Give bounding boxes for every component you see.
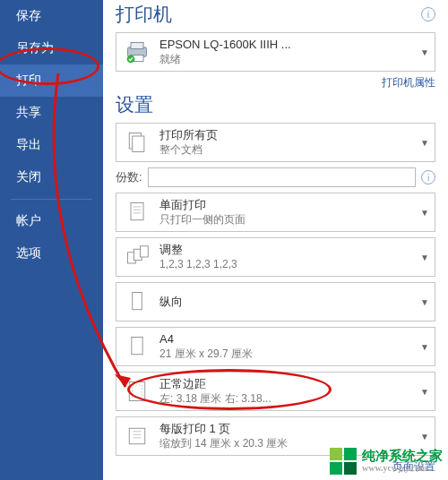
margins-icon: [122, 376, 152, 407]
watermark: 纯净系统之家 www.ycwjzy.com: [330, 448, 443, 475]
setting-subtitle: 缩放到 14 厘米 x 20.3 厘米: [159, 437, 288, 451]
svg-rect-6: [131, 203, 143, 220]
setting-title: 打印所有页: [159, 128, 218, 143]
dropdown-icon: ▼: [420, 208, 429, 218]
svg-rect-14: [132, 338, 142, 355]
printer-selector[interactable]: EPSON LQ-1600K IIIH ... 就绪 ▼: [116, 32, 435, 72]
sidebar-item-account[interactable]: 帐户: [0, 205, 103, 237]
sidebar-item-options[interactable]: 选项: [0, 237, 103, 270]
info-icon[interactable]: i: [421, 7, 435, 21]
sidebar-item-save-as[interactable]: 另存为: [0, 32, 103, 64]
printer-properties-link[interactable]: 打印机属性: [382, 76, 435, 89]
sidebar-item-save[interactable]: 保存: [0, 0, 103, 32]
sidebar-label: 关闭: [16, 169, 41, 184]
dropdown-icon: ▼: [420, 297, 429, 307]
watermark-url: www.ycwjzy.com: [362, 463, 443, 474]
svg-rect-5: [133, 136, 144, 152]
setting-title: 纵向: [159, 295, 183, 310]
sidebar-label: 另存为: [16, 40, 54, 55]
sidebar-label: 保存: [16, 8, 41, 22]
watermark-title: 纯净系统之家: [362, 450, 443, 463]
portrait-icon: [122, 287, 152, 317]
dropdown-icon: ▼: [420, 138, 429, 148]
setting-print-range[interactable]: 打印所有页 整个文档 ▼: [116, 123, 435, 162]
setting-one-sided[interactable]: 单面打印 只打印一侧的页面 ▼: [116, 193, 435, 232]
printer-name: EPSON LQ-1600K IIIH ...: [159, 38, 291, 53]
setting-subtitle: 21 厘米 x 29.7 厘米: [159, 347, 253, 362]
sidebar-label: 打印: [16, 73, 41, 87]
setting-margins[interactable]: 正常边距 左: 3.18 厘米 右: 3.18... ▼: [116, 372, 435, 411]
sidebar-label: 共享: [16, 105, 41, 119]
setting-paper-size[interactable]: A4 21 厘米 x 29.7 厘米 ▼: [116, 327, 435, 366]
setting-title: 调整: [159, 243, 237, 258]
pages-icon: [122, 127, 152, 158]
dropdown-icon: ▼: [420, 432, 429, 441]
svg-rect-1: [131, 43, 143, 49]
printer-icon: [122, 37, 152, 67]
watermark-logo-icon: [330, 448, 357, 475]
setting-subtitle: 1,2,3 1,2,3 1,2,3: [159, 258, 237, 272]
copies-input[interactable]: [148, 167, 416, 187]
dropdown-icon: ▼: [420, 387, 429, 397]
info-icon[interactable]: i: [421, 170, 435, 184]
copies-row: 份数: i: [116, 167, 435, 187]
dropdown-icon: ▼: [420, 342, 429, 352]
sidebar-label: 帐户: [16, 213, 41, 227]
section-title-text: 打印机: [116, 2, 172, 27]
setting-subtitle: 只打印一侧的页面: [159, 213, 246, 227]
sidebar-label: 导出: [16, 137, 41, 151]
svg-rect-13: [133, 293, 142, 310]
setting-orientation[interactable]: 纵向 ▼: [116, 282, 435, 321]
copies-label: 份数:: [116, 169, 142, 185]
setting-subtitle: 整个文档: [159, 143, 218, 158]
sidebar-separator: [11, 199, 92, 200]
setting-title: A4: [159, 332, 253, 347]
sidebar-item-print[interactable]: 打印: [0, 64, 103, 97]
settings-section-title: 设置: [116, 92, 435, 117]
sidebar-item-share[interactable]: 共享: [0, 97, 103, 129]
setting-subtitle: 左: 3.18 厘米 右: 3.18...: [159, 392, 271, 407]
backstage-sidebar: 保存 另存为 打印 共享 导出 关闭 帐户 选项: [0, 0, 103, 480]
setting-title: 正常边距: [159, 377, 271, 392]
svg-rect-17: [129, 428, 145, 444]
collate-icon: [122, 242, 152, 272]
dropdown-icon: ▼: [420, 253, 429, 262]
sidebar-item-close[interactable]: 关闭: [0, 161, 103, 193]
setting-title: 单面打印: [159, 198, 246, 213]
setting-title: 每版打印 1 页: [159, 422, 288, 437]
setting-collation[interactable]: 调整 1,2,3 1,2,3 1,2,3 ▼: [116, 237, 435, 277]
print-settings-panel: 打印机 i EPSON LQ-1600K IIIH ... 就绪 ▼ 打印机属性…: [103, 0, 448, 480]
section-title-text: 设置: [116, 92, 153, 117]
pages-per-sheet-icon: [122, 421, 152, 451]
sidebar-item-export[interactable]: 导出: [0, 129, 103, 161]
one-sided-icon: [122, 197, 152, 227]
dropdown-icon: ▼: [420, 47, 429, 57]
paper-size-icon: [122, 331, 152, 362]
svg-rect-12: [141, 246, 149, 257]
sidebar-label: 选项: [16, 245, 41, 260]
printer-section-title: 打印机 i: [116, 2, 435, 27]
printer-status: 就绪: [159, 53, 291, 67]
